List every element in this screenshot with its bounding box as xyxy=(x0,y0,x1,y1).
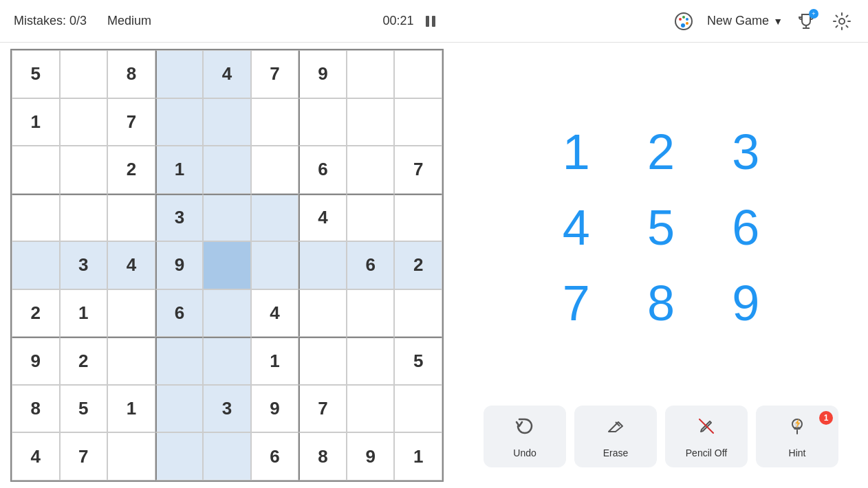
cell-r0-c4[interactable]: 4 xyxy=(203,50,251,98)
number-btn-7[interactable]: 7 xyxy=(537,269,615,337)
cell-r8-c1[interactable]: 7 xyxy=(60,432,108,480)
cell-r1-c7[interactable] xyxy=(347,98,395,146)
cell-r6-c0[interactable]: 9 xyxy=(12,337,60,385)
cell-r4-c2[interactable]: 4 xyxy=(107,241,155,289)
number-btn-2[interactable]: 2 xyxy=(622,118,699,186)
cell-r7-c1[interactable]: 5 xyxy=(60,385,108,433)
cell-r5-c3[interactable]: 6 xyxy=(155,289,204,337)
cell-r0-c0[interactable]: 5 xyxy=(12,50,60,98)
cell-r6-c5[interactable]: 1 xyxy=(251,337,299,385)
cell-r7-c3[interactable] xyxy=(155,385,204,433)
new-game-button[interactable]: New Game ▼ xyxy=(707,14,783,28)
cell-r5-c4[interactable] xyxy=(203,289,251,337)
pause-button[interactable] xyxy=(421,12,440,31)
cell-r2-c5[interactable] xyxy=(251,146,299,194)
cell-r5-c6[interactable] xyxy=(299,289,347,337)
cell-r6-c1[interactable]: 2 xyxy=(60,337,108,385)
cell-r0-c2[interactable]: 8 xyxy=(107,50,155,98)
cell-r6-c2[interactable] xyxy=(107,337,155,385)
cell-r2-c3[interactable]: 1 xyxy=(155,146,204,194)
number-btn-5[interactable]: 5 xyxy=(622,193,699,262)
cell-r7-c4[interactable]: 3 xyxy=(203,385,251,433)
cell-r4-c6[interactable] xyxy=(299,241,347,289)
cell-r4-c5[interactable] xyxy=(251,241,299,289)
cell-r3-c1[interactable] xyxy=(60,194,108,242)
cell-r0-c5[interactable]: 7 xyxy=(251,50,299,98)
cell-r8-c3[interactable] xyxy=(155,432,204,480)
cell-r0-c7[interactable] xyxy=(347,50,395,98)
cell-r8-c2[interactable] xyxy=(107,432,155,480)
number-btn-3[interactable]: 3 xyxy=(707,118,785,186)
cell-r1-c3[interactable] xyxy=(155,98,204,146)
cell-r6-c7[interactable] xyxy=(347,337,395,385)
cell-r7-c6[interactable]: 7 xyxy=(299,385,347,433)
cell-r3-c5[interactable] xyxy=(251,194,299,242)
cell-r5-c2[interactable] xyxy=(107,289,155,337)
cell-r1-c1[interactable] xyxy=(60,98,108,146)
cell-r7-c5[interactable]: 9 xyxy=(251,385,299,433)
cell-r2-c7[interactable] xyxy=(347,146,395,194)
cell-r7-c2[interactable]: 1 xyxy=(107,385,155,433)
cell-r5-c5[interactable]: 4 xyxy=(251,289,299,337)
cell-r2-c4[interactable] xyxy=(203,146,251,194)
cell-r0-c6[interactable]: 9 xyxy=(299,50,347,98)
cell-r3-c0[interactable] xyxy=(12,194,60,242)
cell-r4-c4[interactable] xyxy=(203,241,251,289)
undo-button[interactable]: Undo xyxy=(484,406,566,467)
cell-r6-c6[interactable] xyxy=(299,337,347,385)
palette-button[interactable] xyxy=(671,9,696,34)
cell-r8-c7[interactable]: 9 xyxy=(347,432,395,480)
cell-r4-c1[interactable]: 3 xyxy=(60,241,108,289)
cell-r5-c0[interactable]: 2 xyxy=(12,289,60,337)
cell-r5-c8[interactable] xyxy=(394,289,442,337)
number-btn-4[interactable]: 4 xyxy=(537,193,615,262)
cell-r1-c8[interactable] xyxy=(394,98,442,146)
erase-button[interactable]: Erase xyxy=(574,406,657,467)
cell-r6-c3[interactable] xyxy=(155,337,204,385)
cell-r8-c8[interactable]: 1 xyxy=(394,432,442,480)
cell-r0-c1[interactable] xyxy=(60,50,108,98)
cell-r7-c8[interactable] xyxy=(394,385,442,433)
sudoku-grid[interactable]: 58479172167343496221649215851397476891 xyxy=(10,49,444,482)
hint-button[interactable]: 1 Hint xyxy=(756,406,838,467)
cell-r6-c8[interactable]: 5 xyxy=(394,337,442,385)
cell-r8-c4[interactable] xyxy=(203,432,251,480)
cell-r3-c4[interactable] xyxy=(203,194,251,242)
number-btn-9[interactable]: 9 xyxy=(707,269,785,337)
cell-r1-c0[interactable]: 1 xyxy=(12,98,60,146)
cell-r2-c2[interactable]: 2 xyxy=(107,146,155,194)
cell-r1-c6[interactable] xyxy=(299,98,347,146)
cell-r2-c1[interactable] xyxy=(60,146,108,194)
cell-r8-c0[interactable]: 4 xyxy=(12,432,60,480)
trophy-button[interactable]: + xyxy=(794,9,818,34)
cell-r0-c3[interactable] xyxy=(155,50,204,98)
settings-button[interactable] xyxy=(829,9,854,34)
cell-r1-c5[interactable] xyxy=(251,98,299,146)
cell-r4-c3[interactable]: 9 xyxy=(155,241,204,289)
cell-r5-c1[interactable]: 1 xyxy=(60,289,108,337)
cell-r1-c2[interactable]: 7 xyxy=(107,98,155,146)
cell-r4-c8[interactable]: 2 xyxy=(394,241,442,289)
number-btn-6[interactable]: 6 xyxy=(707,193,785,262)
number-btn-8[interactable]: 8 xyxy=(622,269,699,337)
cell-r4-c7[interactable]: 6 xyxy=(347,241,395,289)
cell-r3-c6[interactable]: 4 xyxy=(299,194,347,242)
cell-r2-c0[interactable] xyxy=(12,146,60,194)
pencil-button[interactable]: Pencil Off xyxy=(665,406,748,467)
cell-r6-c4[interactable] xyxy=(203,337,251,385)
cell-r3-c3[interactable]: 3 xyxy=(155,194,204,242)
cell-r7-c7[interactable] xyxy=(347,385,395,433)
cell-r8-c6[interactable]: 8 xyxy=(299,432,347,480)
number-btn-1[interactable]: 1 xyxy=(537,118,615,186)
cell-r3-c2[interactable] xyxy=(107,194,155,242)
cell-r7-c0[interactable]: 8 xyxy=(12,385,60,433)
cell-r1-c4[interactable] xyxy=(203,98,251,146)
cell-r2-c8[interactable]: 7 xyxy=(394,146,442,194)
cell-r2-c6[interactable]: 6 xyxy=(299,146,347,194)
cell-r5-c7[interactable] xyxy=(347,289,395,337)
cell-r0-c8[interactable] xyxy=(394,50,442,98)
cell-r4-c0[interactable] xyxy=(12,241,60,289)
cell-r3-c8[interactable] xyxy=(394,194,442,242)
cell-r8-c5[interactable]: 6 xyxy=(251,432,299,480)
cell-r3-c7[interactable] xyxy=(347,194,395,242)
